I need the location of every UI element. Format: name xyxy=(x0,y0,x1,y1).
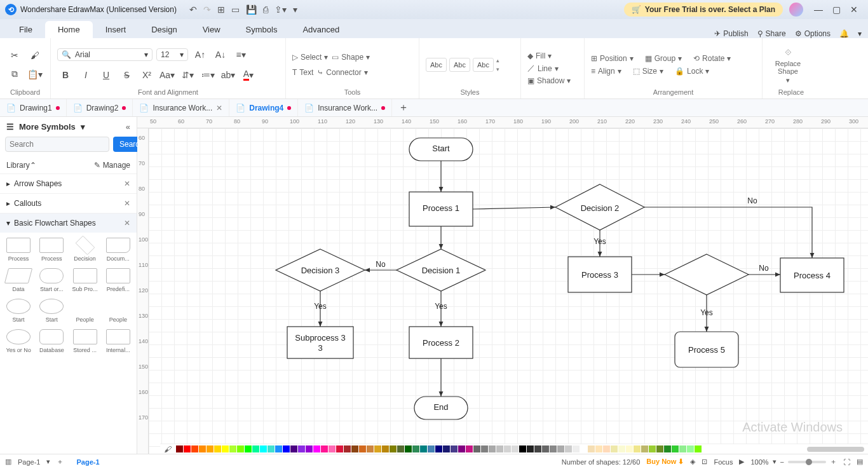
more-symbols-label[interactable]: More Symbols xyxy=(19,122,76,132)
color-swatch[interactable] xyxy=(489,445,496,452)
connector-tool[interactable]: ⤷ Connector ▾ xyxy=(317,68,367,77)
shape-internal...[interactable]: Internal... xyxy=(102,327,134,356)
shape-decision[interactable]: Decision xyxy=(69,235,101,264)
color-swatch[interactable] xyxy=(512,445,519,452)
color-swatch[interactable] xyxy=(184,445,191,452)
focus-icon[interactable]: ⊡ xyxy=(702,458,707,466)
h-scrollbar-thumb[interactable] xyxy=(807,447,864,452)
page-select[interactable]: Page-1 xyxy=(18,458,40,466)
color-swatch[interactable] xyxy=(672,445,679,452)
zoom-value[interactable]: 100% xyxy=(750,458,768,466)
minimize-button[interactable]: — xyxy=(810,4,827,15)
shape-tool[interactable]: ▭ Shape ▾ xyxy=(332,53,370,62)
save-icon[interactable]: 💾 xyxy=(246,4,257,15)
color-swatch[interactable] xyxy=(321,445,328,452)
focus-button[interactable]: Focus xyxy=(714,458,733,466)
shape-process[interactable]: Process xyxy=(36,235,67,264)
color-swatch[interactable] xyxy=(329,445,336,452)
color-swatch[interactable] xyxy=(359,445,366,452)
symbol-search-input[interactable] xyxy=(5,137,109,152)
paint-icon[interactable]: 🖌 xyxy=(164,445,172,454)
color-swatch[interactable] xyxy=(519,445,526,452)
replace-shape-button[interactable]: ⟐ Replace Shape▾ xyxy=(769,45,807,85)
remove-cat-icon[interactable]: ✕ xyxy=(124,179,130,188)
shape-sub pro...[interactable]: Sub Pro... xyxy=(69,266,101,295)
color-swatch[interactable] xyxy=(458,445,465,452)
color-swatch[interactable] xyxy=(473,445,480,452)
color-swatch[interactable] xyxy=(504,445,511,452)
color-swatch[interactable] xyxy=(306,445,313,452)
color-swatch[interactable] xyxy=(237,445,244,452)
superscript-icon[interactable]: X² xyxy=(139,67,155,83)
color-swatch[interactable] xyxy=(252,445,259,452)
bold-icon[interactable]: B xyxy=(57,67,74,83)
format-painter-icon[interactable]: 🖌 xyxy=(27,47,43,64)
color-swatch[interactable] xyxy=(367,445,374,452)
shape-docum...[interactable]: Docum... xyxy=(102,235,134,264)
underline-icon[interactable]: U xyxy=(98,67,114,83)
trial-banner[interactable]: 🛒 Your Free Trial is over. Select a Plan xyxy=(624,3,783,17)
line-spacing-icon[interactable]: ⇵▾ xyxy=(179,67,196,83)
color-swatch[interactable] xyxy=(390,445,397,452)
italic-icon[interactable]: I xyxy=(78,67,94,83)
shape-process[interactable]: Process xyxy=(3,235,34,264)
color-swatch[interactable] xyxy=(374,445,381,452)
cut-icon[interactable]: ✂ xyxy=(6,47,23,64)
more-icon[interactable]: ▾ xyxy=(293,4,297,15)
user-avatar[interactable] xyxy=(789,3,803,17)
color-swatch[interactable] xyxy=(435,445,442,452)
shape-start[interactable]: Start xyxy=(36,296,67,325)
manage-button[interactable]: ✎ Manage xyxy=(94,161,130,170)
shape-predefi...[interactable]: Predefi... xyxy=(102,266,134,295)
menu-symbols[interactable]: Symbols xyxy=(233,21,290,38)
color-swatch[interactable] xyxy=(580,445,587,452)
font-name-select[interactable]: 🔍 Arial▾ xyxy=(57,48,153,61)
select-tool[interactable]: ▷ Select ▾ xyxy=(292,53,328,62)
color-swatch[interactable] xyxy=(245,445,252,452)
line-button[interactable]: ／ Line▾ xyxy=(527,63,571,74)
strike-icon[interactable]: S̶ xyxy=(118,67,135,83)
open-icon[interactable]: ▭ xyxy=(231,4,240,15)
zoom-slider[interactable] xyxy=(788,461,826,463)
style-preset-3[interactable]: Abc xyxy=(473,58,494,72)
cat-basic-flowchart[interactable]: ▾ Basic Flowchart Shapes✕ xyxy=(0,213,137,233)
color-swatch[interactable] xyxy=(290,445,297,452)
zoom-in-button[interactable]: ＋ xyxy=(830,457,837,466)
color-swatch[interactable] xyxy=(344,445,351,452)
color-swatch[interactable] xyxy=(527,445,534,452)
color-swatch[interactable] xyxy=(298,445,305,452)
color-swatch[interactable] xyxy=(466,445,473,452)
shadow-button[interactable]: ▣ Shadow▾ xyxy=(527,76,571,85)
copy-icon[interactable]: ⧉ xyxy=(6,66,23,83)
position-button[interactable]: ⊞ Position▾ xyxy=(591,54,634,63)
paste-icon[interactable]: 📋▾ xyxy=(27,66,43,83)
color-swatch[interactable] xyxy=(618,445,625,452)
color-swatch[interactable] xyxy=(222,445,229,452)
color-swatch[interactable] xyxy=(557,445,564,452)
color-swatch[interactable] xyxy=(191,445,198,452)
color-swatch[interactable] xyxy=(496,445,503,452)
cat-callouts[interactable]: ▸ Callouts✕ xyxy=(0,193,137,213)
notification-icon[interactable]: 🔔 xyxy=(839,29,849,38)
increase-font-icon[interactable]: A↑ xyxy=(192,46,208,63)
shape-start or...[interactable]: Start or... xyxy=(36,266,67,295)
font-size-select[interactable]: 12▾ xyxy=(156,48,188,61)
close-tab-icon[interactable]: ✕ xyxy=(216,104,222,112)
shape-yes or no[interactable]: Yes or No xyxy=(3,327,34,356)
close-button[interactable]: ✕ xyxy=(845,4,863,15)
highlight-icon[interactable]: ab▾ xyxy=(220,67,236,83)
page-tab[interactable]: Page-1 xyxy=(70,458,105,466)
color-swatch[interactable] xyxy=(550,445,557,452)
color-swatch[interactable] xyxy=(611,445,618,452)
layers-icon[interactable]: ◈ xyxy=(690,458,695,466)
canvas[interactable]: 5060708090100110120130140150160170180190… xyxy=(137,117,868,454)
decrease-font-icon[interactable]: A↓ xyxy=(212,46,229,63)
color-swatch[interactable] xyxy=(428,445,435,452)
color-swatch[interactable] xyxy=(649,445,656,452)
menu-design[interactable]: Design xyxy=(139,21,189,38)
add-tab-button[interactable]: ＋ xyxy=(392,101,415,114)
color-swatch[interactable] xyxy=(626,445,633,452)
menu-view[interactable]: View xyxy=(190,21,233,38)
zoom-out-button[interactable]: − xyxy=(780,458,784,466)
menu-file[interactable]: File xyxy=(6,21,45,38)
